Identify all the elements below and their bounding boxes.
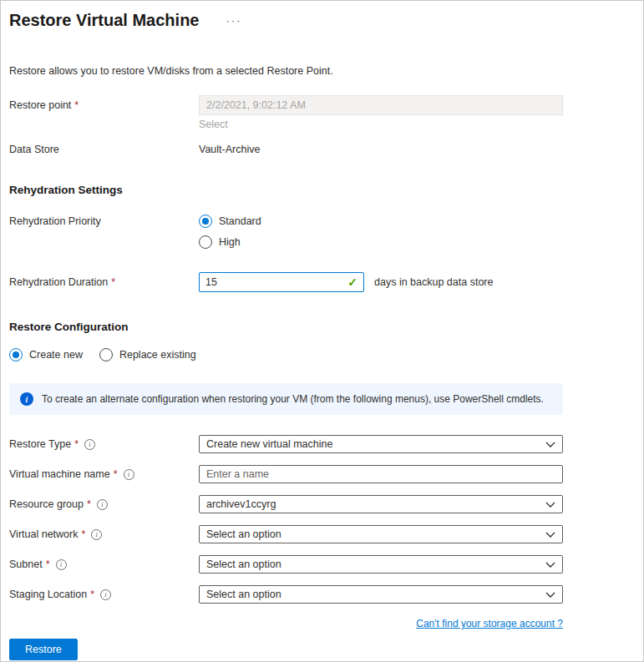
restore-point-value: 2/2/2021, 9:02:12 AM <box>199 95 563 115</box>
info-tooltip-icon[interactable]: i <box>84 439 95 450</box>
rehydration-priority-label: Rehydration Priority <box>9 215 101 228</box>
required-asterisk: * <box>90 589 94 600</box>
rehydration-priority-row: Rehydration Priority Standard High <box>9 215 635 249</box>
vm-name-label: Virtual machine name <box>9 468 110 480</box>
restore-type-value: Create new virtual machine <box>206 438 332 450</box>
required-asterisk: * <box>111 276 115 288</box>
chevron-down-icon <box>545 532 555 538</box>
data-store-label: Data Store <box>9 144 59 155</box>
restore-point-row: Restore point * 2/2/2021, 9:02:12 AM Sel… <box>9 95 635 130</box>
rehydration-duration-input[interactable] <box>205 276 347 288</box>
restore-form-fields: Restore Type * i Create new virtual mach… <box>9 435 635 604</box>
data-store-row: Data Store Vault-Archive <box>9 144 635 155</box>
radio-standard-icon[interactable] <box>199 215 212 228</box>
page-title: Restore Virtual Machine <box>9 11 199 30</box>
restore-type-row: Restore Type * i Create new virtual mach… <box>9 435 635 453</box>
intro-text: Restore allows you to restore VM/disks f… <box>9 65 635 77</box>
subnet-label: Subnet <box>9 558 43 570</box>
required-asterisk: * <box>46 558 50 570</box>
resource-group-select[interactable]: archivev1ccyrg <box>199 495 563 513</box>
info-tooltip-icon[interactable]: i <box>56 559 67 570</box>
resource-group-row: Resource group * i archivev1ccyrg <box>9 495 635 513</box>
vm-name-row: Virtual machine name * i <box>9 465 635 483</box>
rehydration-duration-row: Rehydration Duration * ✓ days in backup … <box>9 272 635 292</box>
data-store-value: Vault-Archive <box>199 144 260 155</box>
duration-suffix: days in backup data store <box>374 276 493 288</box>
staging-location-label: Staging Location <box>9 589 87 600</box>
subnet-select[interactable]: Select an option <box>199 555 563 574</box>
config-option-create-new[interactable]: Create new <box>9 348 83 361</box>
restore-config-options: Create new Replace existing <box>9 348 635 361</box>
restore-type-label: Restore Type <box>9 438 71 450</box>
restore-point-select-link[interactable]: Select <box>199 119 563 130</box>
radio-create-new-label: Create new <box>29 349 83 361</box>
staging-location-select[interactable]: Select an option <box>199 585 563 604</box>
required-asterisk: * <box>81 528 85 540</box>
duration-input-wrap: ✓ <box>199 272 364 292</box>
rehydration-settings-heading: Rehydration Settings <box>9 184 635 196</box>
required-asterisk: * <box>114 468 118 480</box>
storage-link-row: Can't find your storage account ? <box>9 615 563 630</box>
rehydration-duration-label: Rehydration Duration <box>9 276 108 288</box>
subnet-value: Select an option <box>206 558 281 570</box>
radio-replace-existing-icon[interactable] <box>99 348 113 361</box>
virtual-network-select[interactable]: Select an option <box>199 525 563 543</box>
restore-type-select[interactable]: Create new virtual machine <box>199 435 563 453</box>
staging-location-value: Select an option <box>206 589 281 600</box>
info-tooltip-icon[interactable]: i <box>124 469 134 480</box>
virtual-network-value: Select an option <box>206 528 281 540</box>
chevron-down-icon <box>545 562 555 568</box>
radio-standard-label: Standard <box>219 215 261 227</box>
resource-group-label: Resource group <box>9 498 84 510</box>
info-icon: i <box>20 392 33 406</box>
radio-high-icon[interactable] <box>199 235 212 249</box>
staging-location-row: Staging Location * i Select an option <box>9 585 635 604</box>
virtual-network-label: Virtual network <box>9 528 78 540</box>
more-menu-icon[interactable]: ··· <box>222 13 245 28</box>
info-banner-text: To create an alternate configuration whe… <box>42 393 544 405</box>
required-asterisk: * <box>74 95 79 115</box>
restore-configuration-heading: Restore Configuration <box>9 321 635 333</box>
required-asterisk: * <box>74 438 79 450</box>
panel-header: Restore Virtual Machine ··· <box>9 1 635 30</box>
resource-group-value: archivev1ccyrg <box>206 498 276 510</box>
radio-replace-existing-label: Replace existing <box>119 349 196 361</box>
chevron-down-icon <box>545 502 555 508</box>
radio-high-label: High <box>219 236 241 248</box>
priority-option-standard[interactable]: Standard <box>199 215 261 228</box>
restore-button[interactable]: Restore <box>9 639 78 660</box>
storage-account-link[interactable]: Can't find your storage account ? <box>416 618 563 629</box>
virtual-network-row: Virtual network * i Select an option <box>9 525 635 543</box>
chevron-down-icon <box>545 442 555 447</box>
required-asterisk: * <box>87 498 91 510</box>
radio-create-new-icon[interactable] <box>9 348 23 361</box>
info-tooltip-icon[interactable]: i <box>100 589 111 600</box>
vm-name-input[interactable] <box>199 465 563 483</box>
subnet-row: Subnet * i Select an option <box>9 555 635 574</box>
info-banner: i To create an alternate configuration w… <box>9 383 563 415</box>
chevron-down-icon <box>545 592 555 598</box>
valid-check-icon: ✓ <box>347 275 357 289</box>
info-tooltip-icon[interactable]: i <box>91 529 102 540</box>
restore-vm-panel: Restore Virtual Machine ··· Restore allo… <box>0 0 644 662</box>
config-option-replace-existing[interactable]: Replace existing <box>99 348 196 361</box>
priority-option-high[interactable]: High <box>199 235 261 249</box>
info-tooltip-icon[interactable]: i <box>97 499 108 510</box>
restore-point-label: Restore point <box>9 95 71 115</box>
